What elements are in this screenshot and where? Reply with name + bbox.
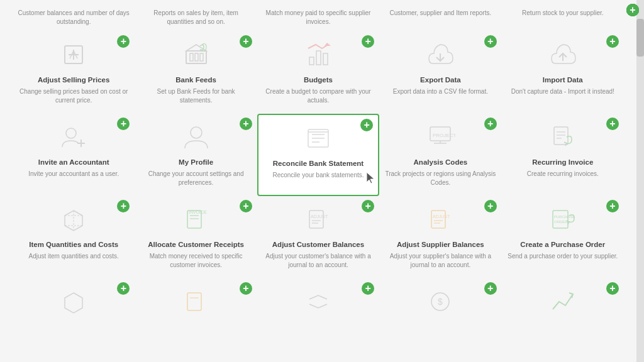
card-title-adjust-supplier-balances: Adjust Supplier Balances	[397, 240, 484, 250]
plus-button-row4-2[interactable]: +	[240, 282, 252, 295]
card-bank-feeds[interactable]: + Bank Feeds Set up Bank Feeds for bank …	[135, 31, 257, 114]
plus-button-adjust-customer-balances[interactable]: +	[362, 200, 374, 212]
card-desc-adjust-selling-prices: Change selling prices based on cost or c…	[18, 87, 130, 105]
partial-card-desc-4: Customer, supplier and Item reports.	[390, 9, 492, 18]
plus-button-row4-4[interactable]: +	[484, 282, 497, 295]
svg-text:PROJECTS →: PROJECTS →	[433, 133, 455, 138]
svg-rect-6	[195, 53, 198, 61]
card-title-item-quantities-costs: Item Quantities and Costs	[29, 240, 118, 250]
partial-card-customer-balances: + Customer balances and number of days o…	[13, 6, 135, 31]
card-adjust-selling-prices[interactable]: + Adjust Selling Prices Change selling p…	[13, 31, 135, 114]
partial-card-sales-by-item: + Reports on sales by item, item quantit…	[135, 6, 257, 31]
icon-create-purchase-order: PURCHASE ORDER	[546, 202, 580, 236]
card-desc-export-data: Export data into a CSV file format.	[393, 87, 488, 96]
card-title-export-data: Export Data	[420, 75, 461, 85]
plus-button-analysis-codes[interactable]: +	[484, 118, 497, 130]
card-create-purchase-order[interactable]: + PURCHASE ORDER Create a Purchase Order…	[502, 196, 624, 278]
card-row4-2[interactable]: +	[135, 278, 257, 331]
card-title-allocate-customer-receipts: Allocate Customer Receipts	[148, 240, 244, 250]
card-row4-4[interactable]: + $	[379, 278, 501, 331]
icon-budgets	[301, 38, 335, 72]
card-desc-my-profile: Change your account settings and prefere…	[140, 170, 252, 187]
card-title-my-profile: My Profile	[179, 158, 213, 167]
row2: + Invite an Accountant Invite your accou…	[13, 114, 624, 196]
svg-rect-7	[200, 53, 203, 61]
icon-row4-green-chart	[546, 285, 580, 319]
plus-button-allocate-customer-receipts[interactable]: +	[240, 200, 252, 212]
svg-point-17	[191, 127, 202, 138]
card-export-data[interactable]: + Export Data Export data into a CSV fil…	[379, 31, 501, 114]
card-desc-budgets: Create a budget to compare with your act…	[262, 87, 374, 105]
card-title-create-purchase-order: Create a Purchase Order	[520, 240, 605, 250]
card-import-data[interactable]: + Import Data Don't capture data - Impor…	[502, 31, 624, 114]
partial-card-desc-1: Customer balances and number of days out…	[18, 9, 130, 26]
card-analysis-codes[interactable]: + PROJECTS → Analysis Codes Track projec…	[379, 114, 501, 196]
card-title-adjust-selling-prices: Adjust Selling Prices	[38, 75, 109, 85]
row4-partial: + + +	[13, 278, 624, 331]
card-desc-create-purchase-order: Send a purchase order to your supplier.	[508, 252, 618, 261]
plus-button-my-profile[interactable]: +	[240, 118, 252, 130]
plus-button-row4-5[interactable]: +	[606, 282, 619, 295]
icon-row4-dollar: $	[423, 285, 457, 319]
svg-rect-44	[553, 211, 568, 228]
plus-button-adjust-supplier-balances[interactable]: +	[484, 200, 497, 212]
card-desc-adjust-customer-balances: Adjust your customer's balance with a jo…	[262, 252, 374, 270]
card-adjust-supplier-balances[interactable]: + ADJUST Adjust Supplier Balances Adjust…	[379, 196, 501, 278]
card-my-profile[interactable]: + My Profile Change your account setting…	[135, 114, 257, 196]
plus-button-import-data[interactable]: +	[606, 35, 619, 48]
svg-rect-40	[431, 211, 445, 228]
plus-button-recurring-invoice[interactable]: +	[606, 118, 619, 130]
icon-bank-feeds	[179, 38, 213, 72]
partial-card-return-stock: + Return stock to your supplier.	[502, 6, 624, 31]
card-title-import-data: Import Data	[543, 75, 583, 85]
plus-button-item-quantities-costs[interactable]: +	[117, 200, 130, 212]
icon-adjust-selling-prices	[57, 38, 91, 72]
plus-button-create-purchase-order[interactable]: +	[606, 200, 619, 212]
plus-button-reconcile-bank-statement[interactable]: +	[360, 119, 373, 131]
card-recurring-invoice[interactable]: + Recurring Invoice Create recurring inv…	[502, 114, 624, 196]
scrollbar-thumb[interactable]	[636, 19, 644, 57]
card-row4-5[interactable]: +	[502, 278, 624, 331]
card-desc-import-data: Don't capture data - Import it instead!	[511, 87, 614, 96]
partial-card-cust-supp: + Customer, supplier and Item reports.	[379, 6, 501, 31]
icon-invite-accountant	[57, 120, 91, 154]
plus-button-row4-1[interactable]: +	[117, 282, 130, 295]
svg-text:INVOICE: INVOICE	[189, 210, 207, 214]
icon-allocate-customer-receipts: INVOICE	[179, 202, 213, 236]
card-desc-reconcile-bank-statement: Reconcile your bank statements.	[272, 171, 364, 180]
svg-rect-36	[309, 211, 323, 228]
svg-marker-11	[325, 43, 331, 46]
card-allocate-customer-receipts[interactable]: + INVOICE Allocate Customer Receipts Mat…	[135, 196, 257, 278]
plus-button-return-stock[interactable]: +	[626, 4, 636, 16]
card-adjust-customer-balances[interactable]: + ADJUST Adjust Customer Balances Adjust…	[257, 196, 379, 278]
card-desc-adjust-supplier-balances: Adjust your supplier's balance with a jo…	[384, 252, 496, 270]
svg-point-14	[66, 128, 76, 138]
plus-button-row4-3[interactable]: +	[362, 282, 374, 295]
card-invite-accountant[interactable]: + Invite an Accountant Invite your accou…	[13, 114, 135, 196]
card-row4-1[interactable]: +	[13, 278, 135, 331]
card-title-invite-accountant: Invite an Accountant	[38, 158, 109, 167]
plus-button-export-data[interactable]: +	[484, 35, 497, 48]
card-row4-3[interactable]: +	[257, 278, 379, 331]
card-reconcile-bank-statement[interactable]: + Reconcile Bank Statement Reconcile you…	[257, 114, 379, 196]
card-title-bank-feeds: Bank Feeds	[175, 75, 216, 85]
scrollbar[interactable]	[636, 0, 644, 362]
plus-button-budgets[interactable]: +	[362, 35, 374, 48]
grid-container: + Customer balances and number of days o…	[0, 0, 636, 362]
svg-marker-23	[367, 172, 374, 184]
plus-button-adjust-selling-prices[interactable]: +	[117, 35, 130, 48]
card-item-quantities-costs[interactable]: + Item Quantities and Costs Adjust item …	[13, 196, 135, 278]
svg-text:ADJUST: ADJUST	[311, 214, 328, 219]
icon-my-profile	[179, 120, 213, 154]
row3: + Item Quantities and Costs Adjust item …	[13, 196, 624, 278]
card-title-adjust-customer-balances: Adjust Customer Balances	[272, 240, 364, 250]
plus-button-bank-feeds[interactable]: +	[240, 35, 252, 48]
plus-button-invite-accountant[interactable]: +	[117, 118, 130, 130]
icon-export-data	[423, 38, 457, 72]
partial-card-desc-2: Reports on sales by item, item quantitie…	[140, 9, 252, 26]
card-budgets[interactable]: + Budgets Create a budget to compare wit…	[257, 31, 379, 114]
icon-reconcile-bank-statement	[301, 121, 335, 155]
icon-row4-invoice-orange	[179, 285, 213, 319]
svg-text:$: $	[438, 297, 443, 307]
card-desc-item-quantities-costs: Adjust item quantities and costs.	[28, 252, 118, 261]
